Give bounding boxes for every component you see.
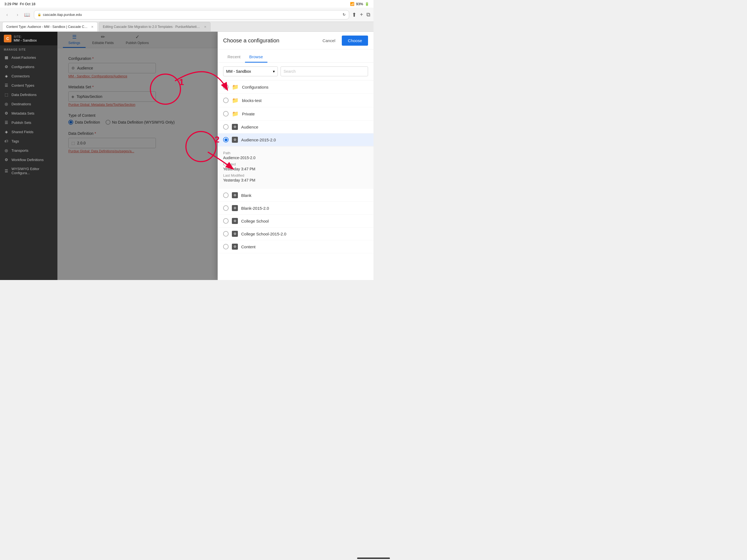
sidebar-item-connectors[interactable]: ◈ Connectors <box>0 71 57 81</box>
tab-1-close[interactable]: ✕ <box>91 25 94 29</box>
folder-icon-private: 📁 <box>232 110 239 117</box>
created-label: Created <box>223 162 368 166</box>
file-name-audience: Audience <box>241 125 258 129</box>
config-icon-college-school: ⚙ <box>232 218 238 224</box>
data-definitions-icon: ⬚ <box>4 93 9 97</box>
file-radio-blank <box>223 193 229 198</box>
sidebar-item-tags[interactable]: 🏷 Tags <box>0 136 57 146</box>
transports-label: Transports <box>11 149 28 153</box>
workflow-definitions-icon: ⚙ <box>4 157 9 162</box>
site-name: MM - Sandbox <box>14 38 37 42</box>
new-tab-button[interactable]: + <box>360 11 363 18</box>
back-button[interactable]: ‹ <box>3 11 11 19</box>
sidebar-item-destinations[interactable]: ◎ Destinations <box>0 99 57 108</box>
battery-icon: 🔋 <box>365 2 369 6</box>
shared-fields-icon: ◈ <box>4 130 9 134</box>
file-name-configurations: Configurations <box>242 85 268 90</box>
tags-label: Tags <box>11 139 19 143</box>
manage-site-label: MANAGE SITE <box>0 45 57 53</box>
file-name-audience-2015: Audience-2015-2.0 <box>241 137 276 142</box>
config-icon-audience: ⚙ <box>232 124 238 130</box>
file-item-blank-2015[interactable]: ⚙ Blank-2015-2.0 <box>217 202 374 215</box>
file-item-blocks-test[interactable]: 📁 blocks-test <box>217 94 374 107</box>
site-dropdown-value: MM - Sandbox <box>226 69 251 74</box>
sidebar-item-transports[interactable]: ◎ Transports <box>0 146 57 155</box>
config-icon-content: ⚙ <box>232 244 238 250</box>
file-radio-blocks-test <box>223 98 229 103</box>
destinations-icon: ◎ <box>4 102 9 106</box>
path-label: Path <box>223 151 368 155</box>
file-radio-content <box>223 244 229 249</box>
file-item-private[interactable]: 📁 Private <box>217 107 374 121</box>
site-info: SITE: MM - Sandbox <box>14 35 37 42</box>
sidebar-item-configurations[interactable]: ⚙ Configurations <box>0 62 57 71</box>
address-bar[interactable]: 🔒 cascade.itap.purdue.edu ↻ <box>34 10 349 19</box>
content-types-icon: ☰ <box>4 83 9 87</box>
created-value: Yesterday 3:47 PM <box>223 167 368 171</box>
connectors-icon: ◈ <box>4 74 9 78</box>
detail-created: Created Yesterday 3:47 PM <box>223 162 368 171</box>
file-item-content[interactable]: ⚙ Content <box>217 240 374 253</box>
day: Fri Oct 18 <box>20 2 35 6</box>
file-name-content: Content <box>241 245 256 249</box>
detail-path: Path Audience-2015-2.0 <box>223 151 368 160</box>
tab-2-label: Editing Cascade Site Migration to 2.0 Te… <box>103 25 201 29</box>
data-definitions-label: Data Definitions <box>11 93 36 97</box>
modal-cancel-button[interactable]: Cancel <box>319 36 339 45</box>
tab-2-close[interactable]: ✕ <box>204 25 206 29</box>
sidebar-item-publish-sets[interactable]: ☰ Publish Sets <box>0 118 57 127</box>
file-item-audience-2015[interactable]: ⚙ Audience-2015-2.0 <box>217 133 374 146</box>
chevron-down-icon: ▾ <box>273 69 275 74</box>
asset-factories-icon: ▦ <box>4 55 9 59</box>
tab-1[interactable]: Content Type: Audience - MM - Sandbox | … <box>2 22 98 31</box>
configurations-label: Configurations <box>11 65 34 69</box>
sidebar: C SITE: MM - Sandbox MANAGE SITE ▦ Asset… <box>0 32 57 280</box>
file-radio-audience-2015 <box>223 137 229 143</box>
file-name-college-school: College School <box>241 219 269 223</box>
modal-tab-recent[interactable]: Recent <box>223 52 245 62</box>
destinations-label: Destinations <box>11 102 31 106</box>
content-types-label: Content Types <box>11 83 34 87</box>
tabs-button[interactable]: ⧉ <box>366 11 370 18</box>
sidebar-item-content-types[interactable]: ☰ Content Types <box>0 81 57 90</box>
metadata-sets-label: Metadata Sets <box>11 111 34 116</box>
folder-icon-blocks-test: 📁 <box>232 97 239 104</box>
detail-last-modified: Last Modified Yesterday 3:47 PM <box>223 173 368 182</box>
reload-icon[interactable]: ↻ <box>343 12 345 17</box>
modal-title: Choose a configuration <box>223 37 316 44</box>
share-button[interactable]: ⬆ <box>352 11 357 18</box>
main-layout: C SITE: MM - Sandbox MANAGE SITE ▦ Asset… <box>0 32 374 280</box>
modal-choose-button[interactable]: Choose <box>342 35 368 46</box>
modal-filters: MM - Sandbox ▾ Search <box>217 62 374 80</box>
file-item-blank[interactable]: ⚙ Blank <box>217 189 374 202</box>
sidebar-item-wysiwyg[interactable]: ☰ WYSIWYG Editor Configura... <box>0 164 57 177</box>
file-item-audience[interactable]: ⚙ Audience <box>217 121 374 133</box>
path-value: Audience-2015-2.0 <box>223 156 368 160</box>
config-icon-college-school-2015: ⚙ <box>232 231 238 237</box>
file-name-blank-2015: Blank-2015-2.0 <box>241 206 269 210</box>
sidebar-item-shared-fields[interactable]: ◈ Shared Fields <box>0 127 57 136</box>
site-dropdown[interactable]: MM - Sandbox ▾ <box>223 67 278 76</box>
last-modified-value: Yesterday 3:47 PM <box>223 178 368 182</box>
file-radio-configurations <box>223 84 229 90</box>
sidebar-item-data-definitions[interactable]: ⬚ Data Definitions <box>0 90 57 99</box>
sidebar-item-metadata-sets[interactable]: ⚙ Metadata Sets <box>0 108 57 118</box>
modal-header: Choose a configuration Cancel Choose <box>217 32 374 50</box>
last-modified-label: Last Modified <box>223 173 368 177</box>
search-input[interactable]: Search <box>281 67 368 76</box>
config-icon-blank: ⚙ <box>232 192 238 198</box>
asset-factories-label: Asset Factories <box>11 55 36 59</box>
forward-button[interactable]: › <box>14 11 21 19</box>
file-item-configurations[interactable]: 📁 Configurations <box>217 80 374 94</box>
file-details: Path Audience-2015-2.0 Created Yesterday… <box>217 146 374 189</box>
modal-panel: Choose a configuration Cancel Choose Rec… <box>217 32 374 280</box>
file-item-college-school[interactable]: ⚙ College School <box>217 215 374 228</box>
sidebar-item-workflow-definitions[interactable]: ⚙ Workflow Definitions <box>0 155 57 164</box>
file-item-college-school-2015[interactable]: ⚙ College School-2015-2.0 <box>217 228 374 240</box>
modal-tab-browse[interactable]: Browse <box>245 52 267 62</box>
tab-bar: Content Type: Audience - MM - Sandbox | … <box>0 22 374 32</box>
publish-sets-icon: ☰ <box>4 120 9 125</box>
bookmarks-icon[interactable]: 📖 <box>24 12 30 18</box>
sidebar-item-asset-factories[interactable]: ▦ Asset Factories <box>0 53 57 62</box>
tab-2[interactable]: Editing Cascade Site Migration to 2.0 Te… <box>99 22 210 31</box>
